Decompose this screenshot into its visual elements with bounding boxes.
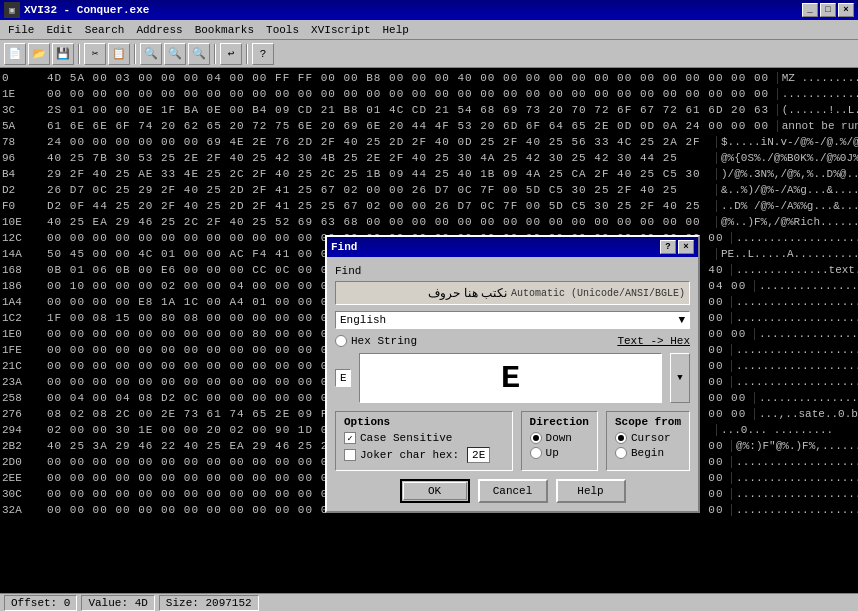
hex-ascii: PE..L.....A................ (716, 248, 856, 260)
direction-down-label: Down (546, 432, 572, 444)
menu-tools[interactable]: Tools (260, 22, 305, 38)
find-type-note: Automatic (Unicode/ANSI/BGLE) (511, 288, 685, 299)
direction-down-item[interactable]: Down (530, 432, 589, 444)
big-char: E (501, 360, 520, 397)
dialog-help-button[interactable]: ? (660, 240, 676, 254)
char-dropdown-button[interactable]: ▼ (670, 353, 690, 403)
hex-row: 10E 40 25 EA 29 46 25 2C 2F 40 25 52 69 … (2, 214, 856, 230)
menu-search[interactable]: Search (79, 22, 131, 38)
hex-bytes[interactable]: 61 6E 6E 6F 74 20 62 65 20 72 75 6E 20 6… (47, 120, 777, 132)
hex-address: 10E (2, 216, 47, 228)
dialog-controls[interactable]: ? × (660, 240, 694, 254)
hex-ascii: annot be run in DOS mode...$... (777, 120, 858, 132)
hex-bytes[interactable]: 40 25 7B 30 53 25 2E 2F 40 25 42 30 4B 2… (47, 152, 716, 164)
hex-address: 1E (2, 88, 47, 100)
app-icon: ▣ (4, 2, 20, 18)
hex-ascii: ..D% /@%-/A%%g...&....].0%/@% (716, 200, 856, 212)
menu-help[interactable]: Help (377, 22, 415, 38)
hex-bytes[interactable]: 26 D7 0C 25 29 2F 40 25 2D 2F 41 25 67 0… (47, 184, 716, 196)
menu-bookmarks[interactable]: Bookmarks (189, 22, 260, 38)
open-button[interactable]: 📂 (28, 43, 50, 65)
input-value: E (340, 372, 347, 384)
hex-ascii: ................................ (731, 504, 858, 516)
direction-down-radio[interactable] (530, 432, 542, 444)
separator-2 (134, 44, 136, 64)
hex-bytes[interactable]: 4D 5A 00 03 00 00 00 04 00 00 FF FF 00 0… (47, 72, 777, 84)
menu-file[interactable]: File (2, 22, 40, 38)
hex-address: 2EE (2, 472, 47, 484)
menu-edit[interactable]: Edit (40, 22, 78, 38)
hex-ascii: @%..)F%,/@%Rich................ (716, 216, 856, 228)
case-sensitive-item[interactable]: Case Sensitive (344, 432, 504, 444)
minimize-button[interactable]: _ (802, 3, 818, 17)
hex-ascii: ................................ (777, 88, 858, 100)
hex-ascii: ...............0... ............. (754, 392, 858, 404)
separator-4 (246, 44, 248, 64)
save-button[interactable]: 💾 (52, 43, 74, 65)
dialog-body: Find نكتب هنا حروف Automatic (Unicode/AN… (327, 257, 698, 511)
hex-bytes[interactable]: 40 25 EA 29 46 25 2C 2F 40 25 52 69 63 6… (47, 216, 716, 228)
dialog-close-button[interactable]: × (678, 240, 694, 254)
new-button[interactable]: 📄 (4, 43, 26, 65)
hex-ascii: ................................ (731, 344, 858, 356)
case-sensitive-checkbox[interactable] (344, 432, 356, 444)
options-group: Options Case Sensitive Joker char hex: 2… (335, 411, 513, 471)
scope-cursor-radio[interactable] (615, 432, 627, 444)
title-text: XVI32 - Conquer.exe (24, 4, 802, 16)
status-value: Value: 4D (81, 595, 154, 611)
language-dropdown[interactable]: English ▼ (335, 311, 690, 329)
options-row: Options Case Sensitive Joker char hex: 2… (335, 411, 690, 471)
input-small-label[interactable]: E (335, 369, 351, 387)
big-input-row: E E ▼ (335, 353, 690, 403)
undo-button[interactable]: ↩ (220, 43, 242, 65)
maximize-button[interactable]: □ (820, 3, 836, 17)
direction-up-item[interactable]: Up (530, 447, 589, 459)
dialog-buttons-row: OK Cancel Help (335, 479, 690, 503)
scope-begin-radio[interactable] (615, 447, 627, 459)
hex-ascii: ................................ (731, 456, 858, 468)
find-button[interactable]: 🔍 (140, 43, 162, 65)
big-char-display: E (359, 353, 662, 403)
hex-string-label: Hex String (351, 335, 417, 347)
title-bar: ▣ XVI32 - Conquer.exe _ □ × (0, 0, 858, 20)
menu-xviscript[interactable]: XVIscript (305, 22, 376, 38)
find-next-button[interactable]: 🔍 (164, 43, 186, 65)
window-controls[interactable]: _ □ × (802, 3, 854, 17)
scope-begin-item[interactable]: Begin (615, 447, 681, 459)
ok-button[interactable]: OK (400, 479, 470, 503)
hex-address: 2B2 (2, 440, 47, 452)
hex-address: 168 (2, 264, 47, 276)
hex-row: 96 40 25 7B 30 53 25 2E 2F 40 25 42 30 4… (2, 150, 856, 166)
find-prev-button[interactable]: 🔍 (188, 43, 210, 65)
hex-ascii: (......!..L.!This program c (777, 104, 858, 116)
menu-address[interactable]: Address (130, 22, 188, 38)
scope-cursor-item[interactable]: Cursor (615, 432, 681, 444)
hex-ascii: ................................ (731, 312, 858, 324)
find-dialog[interactable]: Find ? × Find نكتب هنا حروف Automatic (U… (325, 235, 700, 513)
hex-string-radio[interactable] (335, 335, 347, 347)
text-to-hex-label[interactable]: Text -> Hex (617, 335, 690, 347)
help-button[interactable]: Help (556, 479, 626, 503)
joker-char-item: Joker char hex: 2E (344, 447, 504, 463)
cancel-button[interactable]: Cancel (478, 479, 548, 503)
hex-ascii: ................................ (754, 280, 858, 292)
copy-button[interactable]: 📋 (108, 43, 130, 65)
hex-ascii: )/@%.3N%,/@%,%..D%@..J%./..0 (716, 168, 856, 180)
find-input-area[interactable]: نكتب هنا حروف Automatic (Unicode/ANSI/BG… (335, 281, 690, 305)
status-size: Size: 2097152 (159, 595, 259, 611)
joker-char-checkbox[interactable] (344, 449, 356, 461)
hex-row: 78 24 00 00 00 00 00 00 69 4E 2E 76 2D 2… (2, 134, 856, 150)
hex-bytes[interactable]: 2S 01 00 00 0E 1F BA 0E 00 B4 09 CD 21 B… (47, 104, 777, 116)
hex-string-option[interactable]: Hex String (335, 335, 417, 347)
close-button[interactable]: × (838, 3, 854, 17)
hex-address: B4 (2, 168, 47, 180)
direction-up-radio[interactable] (530, 447, 542, 459)
cut-button[interactable]: ✂ (84, 43, 106, 65)
hex-bytes[interactable]: D2 0F 44 25 20 2F 40 25 2D 2F 41 25 25 6… (47, 200, 716, 212)
hex-bytes[interactable]: 24 00 00 00 00 00 00 69 4E 2E 76 2D 2F 4… (47, 136, 716, 148)
hex-bytes[interactable]: 29 2F 40 25 AE 33 4E 25 2C 2F 40 25 2C 2… (47, 168, 716, 180)
hex-bytes[interactable]: 00 00 00 00 00 00 00 00 00 00 00 00 00 0… (47, 88, 777, 100)
separator-1 (78, 44, 80, 64)
hex-ascii: ..............text.........@ (731, 264, 858, 276)
help-button[interactable]: ? (252, 43, 274, 65)
